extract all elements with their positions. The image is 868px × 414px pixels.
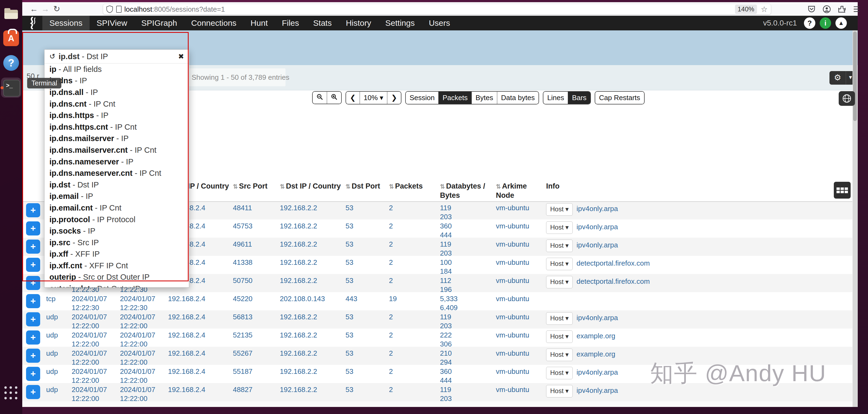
info-host-link[interactable]: ipv4only.arpa bbox=[577, 204, 618, 213]
timezone-globe-button[interactable] bbox=[839, 91, 855, 106]
collapse-button[interactable]: ▲ bbox=[835, 18, 847, 29]
help-button[interactable]: ? bbox=[804, 18, 815, 29]
expand-session-button[interactable]: + bbox=[26, 240, 40, 254]
remove-history-icon[interactable]: ✖ bbox=[178, 52, 184, 61]
expand-session-button[interactable]: + bbox=[26, 203, 40, 217]
expand-session-button[interactable]: + bbox=[26, 258, 40, 272]
host-dropdown-button[interactable]: Host ▾ bbox=[546, 330, 573, 343]
column-header-databytes[interactable]: ⇅Databytes / Bytes bbox=[440, 182, 485, 200]
graph-series-session[interactable]: Session bbox=[406, 92, 439, 104]
typeahead-item-ip[interactable]: ip - All IP fields bbox=[44, 63, 189, 75]
typeahead-item-ip.src[interactable]: ip.src - Src IP bbox=[44, 237, 189, 249]
nav-item-spiview[interactable]: SPIView bbox=[90, 16, 134, 30]
cap-restarts-button[interactable]: Cap Restarts bbox=[595, 92, 644, 104]
back-button-icon[interactable]: ← bbox=[28, 2, 40, 15]
extensions-puzzle-icon[interactable] bbox=[838, 5, 846, 13]
host-dropdown-button[interactable]: Host ▾ bbox=[546, 203, 573, 216]
cell-node[interactable]: vm-ubuntu bbox=[496, 367, 529, 376]
graph-zoom-out-button[interactable] bbox=[313, 92, 327, 104]
column-header-src[interactable]: ⇅Src Port bbox=[233, 182, 267, 191]
typeahead-item-ip.dns.mailserver[interactable]: ip.dns.mailserver - IP bbox=[44, 133, 189, 145]
sort-icon[interactable]: ⇅ bbox=[389, 183, 394, 190]
zoom-level-badge[interactable]: 140% bbox=[735, 5, 757, 14]
cell-node[interactable]: vm-ubuntu bbox=[496, 240, 529, 249]
nav-item-files[interactable]: Files bbox=[275, 16, 306, 30]
expand-session-button[interactable]: + bbox=[26, 276, 40, 290]
ubuntu-software-dock-icon[interactable]: A bbox=[3, 30, 19, 46]
arkime-logo-icon[interactable] bbox=[26, 17, 38, 29]
typeahead-item-ip.socks[interactable]: ip.socks - IP bbox=[44, 225, 189, 237]
expand-session-button[interactable]: + bbox=[26, 312, 40, 326]
nav-item-spigraph[interactable]: SPIGraph bbox=[134, 16, 184, 30]
files-dock-icon[interactable] bbox=[3, 6, 19, 22]
host-dropdown-button[interactable]: Host ▾ bbox=[546, 221, 573, 234]
bookmark-star-icon[interactable]: ☆ bbox=[761, 5, 768, 14]
typeahead-item-ip.dns.https.cnt[interactable]: ip.dns.https.cnt - IP Cnt bbox=[44, 121, 189, 133]
typeahead-item-outerip.dst[interactable]: outerip.dst - Dst Outer IP bbox=[44, 283, 189, 288]
typeahead-item-ip.xff.cnt[interactable]: ip.xff.cnt - XFF IP Cnt bbox=[44, 260, 189, 272]
typeahead-item-outerip[interactable]: outerip - Src or Dst Outer IP bbox=[44, 272, 189, 283]
typeahead-history-item[interactable]: ↺ ip.dst - Dst IP ✖ bbox=[44, 50, 189, 63]
graph-series-bytes[interactable]: Bytes bbox=[472, 92, 497, 104]
session-row[interactable]: +tcp2024/01/07 12:22:302024/01/07 12:22:… bbox=[22, 292, 852, 310]
sort-icon[interactable]: ⇅ bbox=[345, 183, 350, 190]
column-header-dst[interactable]: ⇅Dst Port bbox=[345, 182, 380, 191]
expand-session-button[interactable]: + bbox=[26, 221, 40, 235]
account-icon[interactable] bbox=[823, 5, 831, 13]
sort-icon[interactable]: ⇅ bbox=[233, 183, 238, 190]
expand-session-button[interactable]: + bbox=[26, 349, 40, 363]
info-button[interactable]: i bbox=[820, 18, 831, 29]
help-dock-icon[interactable]: ? bbox=[3, 55, 19, 71]
sort-icon[interactable]: ⇅ bbox=[440, 183, 445, 190]
graph-zoom-in-button[interactable] bbox=[327, 92, 341, 104]
nav-item-sessions[interactable]: Sessions bbox=[42, 16, 90, 30]
host-dropdown-button[interactable]: Host ▾ bbox=[546, 312, 573, 325]
nav-item-connections[interactable]: Connections bbox=[184, 16, 244, 30]
graph-series-data-bytes[interactable]: Data bytes bbox=[497, 92, 538, 104]
page-info-icon[interactable] bbox=[116, 6, 122, 13]
typeahead-item-ip.dns.cnt[interactable]: ip.dns.cnt - IP Cnt bbox=[44, 98, 189, 110]
cell-node[interactable]: vm-ubuntu bbox=[496, 258, 529, 267]
reload-button-icon[interactable]: ↻ bbox=[51, 2, 62, 15]
session-row[interactable]: +udp2024/01/07 12:22:002024/01/07 12:22:… bbox=[22, 328, 852, 347]
column-header-arkime[interactable]: ⇅Arkime Node bbox=[496, 182, 527, 200]
settings-split-button[interactable]: ⚙ ▾ bbox=[830, 71, 855, 85]
info-host-link[interactable]: ipv4only.arpa bbox=[577, 241, 618, 249]
info-host-link[interactable]: example.org bbox=[577, 350, 615, 358]
graph-style-lines[interactable]: Lines bbox=[544, 92, 568, 104]
host-dropdown-button[interactable]: Host ▾ bbox=[546, 240, 573, 252]
sort-icon[interactable]: ⇅ bbox=[280, 183, 285, 190]
typeahead-item-ip.xff[interactable]: ip.xff - XFF IP bbox=[44, 249, 189, 260]
typeahead-item-ip.dns.all[interactable]: ip.dns.all - IP bbox=[44, 87, 189, 98]
host-dropdown-button[interactable]: Host ▾ bbox=[546, 258, 573, 270]
session-row[interactable]: +udp2024/01/07 12:22:002024/01/07 12:22:… bbox=[22, 310, 852, 328]
typeahead-item-ip.email[interactable]: ip.email - IP bbox=[44, 191, 189, 202]
sort-icon[interactable]: ⇅ bbox=[496, 183, 501, 190]
info-host-link[interactable]: detectportal.firefox.com bbox=[577, 259, 650, 267]
info-host-link[interactable]: example.org bbox=[577, 332, 615, 340]
cell-node[interactable]: vm-ubuntu bbox=[496, 222, 529, 231]
terminal-dock-icon[interactable]: >_ bbox=[3, 80, 20, 97]
menu-hamburger-icon[interactable]: ☰ bbox=[853, 5, 860, 14]
info-host-link[interactable]: detectportal.firefox.com bbox=[577, 277, 650, 286]
graph-zoom-select[interactable]: 10% ▾ bbox=[360, 92, 387, 104]
typeahead-item-ip.protocol[interactable]: ip.protocol - IP Protocol bbox=[44, 214, 189, 225]
cell-node[interactable]: vm-ubuntu bbox=[496, 349, 529, 358]
cell-node[interactable]: vm-ubuntu bbox=[496, 385, 529, 394]
typeahead-item-ip.dns[interactable]: ip.dns - IP bbox=[44, 75, 189, 87]
expand-session-button[interactable]: + bbox=[26, 367, 40, 381]
graph-style-bars[interactable]: Bars bbox=[568, 92, 590, 104]
nav-item-settings[interactable]: Settings bbox=[378, 16, 422, 30]
info-host-link[interactable]: ipv4only.arpa bbox=[577, 314, 618, 322]
shield-icon[interactable] bbox=[106, 5, 113, 13]
typeahead-item-ip.dns.nameserver.cnt[interactable]: ip.dns.nameserver.cnt - IP Cnt bbox=[44, 167, 189, 179]
info-host-link[interactable]: ipv4only.arpa bbox=[577, 223, 618, 231]
cell-node[interactable]: vm-ubuntu bbox=[496, 313, 529, 321]
gear-icon[interactable]: ⚙ bbox=[830, 71, 846, 85]
host-dropdown-button[interactable]: Host ▾ bbox=[546, 385, 573, 397]
pocket-icon[interactable] bbox=[807, 5, 816, 13]
column-header-packets[interactable]: ⇅Packets bbox=[389, 182, 423, 191]
typeahead-item-ip.dns.mailserver.cnt[interactable]: ip.dns.mailserver.cnt - IP Cnt bbox=[44, 144, 189, 156]
host-dropdown-button[interactable]: Host ▾ bbox=[546, 276, 573, 288]
nav-item-stats[interactable]: Stats bbox=[306, 16, 339, 30]
